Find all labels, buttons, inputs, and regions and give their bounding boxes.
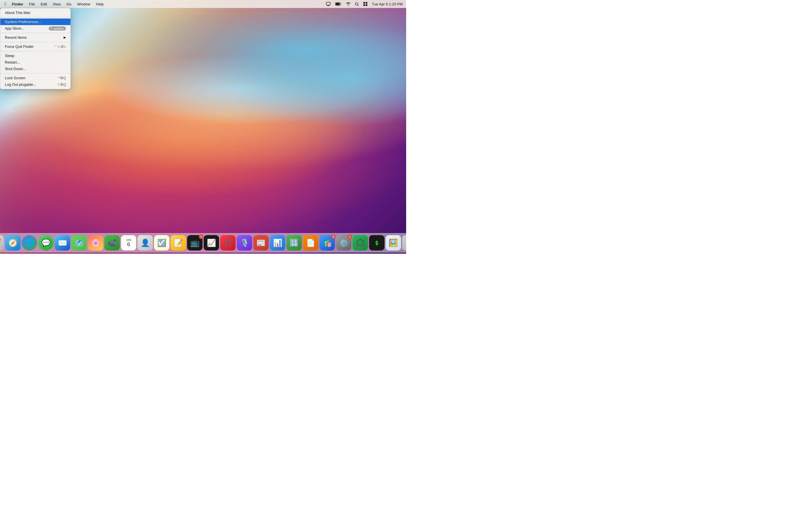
svg-rect-0 [326,2,330,5]
dock-messages[interactable]: 💬 [38,235,54,250]
forcequit-shortcut: ⌃⌥⌘⎋ [54,45,66,49]
dock-sysprefs[interactable]: ⚙️ 1 [336,235,351,250]
svg-rect-2 [328,5,329,5]
menu-item-lockscreen[interactable]: Lock Screen ^⌘Q [0,75,70,81]
svg-rect-7 [363,2,365,4]
menubar-window[interactable]: Window [75,1,92,7]
svg-rect-1 [327,5,329,6]
menu-item-lockscreen-label: Lock Screen [5,76,26,80]
menu-item-logout-label: Log Out plugable... [5,82,36,87]
svg-line-6 [358,5,359,6]
svg-rect-9 [363,4,365,6]
dock-facetime[interactable]: 📹 [104,235,120,250]
dock-contacts[interactable]: 👤 [138,235,153,250]
apple-dropdown-menu: About This Mac System Preferences... App… [0,8,71,89]
menubar-finder[interactable]: Finder [10,1,26,7]
menu-item-restart-label: Restart... [5,60,20,64]
control-center-icon[interactable] [362,1,368,7]
svg-rect-10 [366,4,367,6]
menu-item-logout[interactable]: Log Out plugable... ⇧⌘Q [0,81,70,88]
dock-reminders[interactable]: ☑️ [154,235,169,250]
recent-items-arrow-icon: ▶ [64,36,66,39]
dock-maps[interactable]: 🗺️ [71,235,87,250]
menu-item-forcequit[interactable]: Force Quit Finder ⌃⌥⌘⎋ [0,43,70,50]
svg-rect-4 [336,3,340,5]
menu-separator-5 [0,73,70,73]
dock-photos[interactable]: 🌸 [88,235,103,250]
dock-appletv[interactable]: 📺 1 [187,235,203,250]
dock-spotify[interactable]: 🎧 [353,235,368,250]
menubar-help[interactable]: Help [94,1,106,7]
dock-keynote[interactable]: 📊 [270,235,285,250]
dock-chrome[interactable]: 🌐 [22,235,37,250]
menu-separator-1 [0,17,70,17]
menu-separator-4 [0,51,70,51]
desktop:  Finder File Edit View Go Window Help [0,0,406,253]
menubar-edit[interactable]: Edit [39,1,49,7]
wifi-icon[interactable] [345,2,352,7]
dock-launchpad[interactable]: 🚀 [0,235,4,250]
menu-item-recent[interactable]: Recent Items ▶ [0,34,70,41]
menu-item-sleep-label: Sleep [5,54,14,58]
menubar:  Finder File Edit View Go Window Help [0,0,406,8]
menu-item-about[interactable]: About This Mac [0,9,70,16]
dock-preview[interactable]: 🖼️ [386,235,401,250]
sysprefs-badge: 1 [348,234,352,239]
dock: 🚀 🧭 🌐 💬 ✉️ 🗺️ 🌸 📹 [0,233,406,252]
dock-stocks[interactable]: 📈 [204,235,219,250]
screen-mirroring-icon[interactable] [325,1,332,7]
menu-item-shutdown[interactable]: Shut Down... [0,65,70,72]
appstore-badge: 5 [331,234,336,239]
menubar-go[interactable]: Go [64,1,73,7]
menu-separator-3 [0,42,70,42]
menubar-left:  Finder File Edit View Go Window Help [2,1,106,7]
dock-mail[interactable]: ✉️ [55,235,70,250]
datetime-display[interactable]: Tue Apr 6 1:20 PM [371,1,404,7]
svg-rect-8 [366,2,367,4]
dock-notes[interactable]: 📝 [170,235,186,250]
dock-presentation[interactable]: 📋 [402,235,406,250]
search-icon[interactable] [354,2,360,7]
dock-news[interactable]: 📰 [253,235,269,250]
dock-podcasts[interactable]: 🎙️ [237,235,252,250]
menu-item-sysprefs[interactable]: System Preferences... [0,18,70,25]
svg-point-5 [355,3,358,5]
dock-appstore[interactable]: 🛍️ 5 [319,235,335,250]
logout-shortcut: ⇧⌘Q [57,82,66,87]
battery-icon[interactable] [334,2,343,6]
tv-badge: 1 [199,234,203,239]
dock-numbers[interactable]: 🔢 [286,235,302,250]
lockscreen-shortcut: ^⌘Q [58,76,66,80]
menu-item-sleep[interactable]: Sleep [0,52,70,59]
menu-item-appstore[interactable]: App Store... 5 updates [0,25,70,32]
menu-item-recent-label: Recent Items [5,35,27,40]
menu-item-appstore-label: App Store... [5,26,24,31]
menu-item-about-label: About This Mac [5,10,31,15]
menu-item-restart[interactable]: Restart... [0,59,70,65]
apple-menu-trigger[interactable]:  [2,1,9,7]
dock-music[interactable]: 🎵 [220,235,236,250]
dock-pages[interactable]: 📄 [303,235,318,250]
menu-separator-2 [0,33,70,33]
menu-item-shutdown-label: Shut Down... [5,67,26,71]
menu-item-forcequit-label: Force Quit Finder [5,45,34,49]
menubar-file[interactable]: File [27,1,37,7]
menubar-view[interactable]: View [50,1,63,7]
menu-item-sysprefs-label: System Preferences... [5,20,41,24]
menubar-right: Tue Apr 6 1:20 PM [325,1,404,7]
dock-safari[interactable]: 🧭 [5,235,20,250]
dock-terminal[interactable]: $ [369,235,385,250]
dock-calendar[interactable]: APR 6 [121,235,136,250]
appstore-updates-badge: 5 updates [49,26,66,31]
